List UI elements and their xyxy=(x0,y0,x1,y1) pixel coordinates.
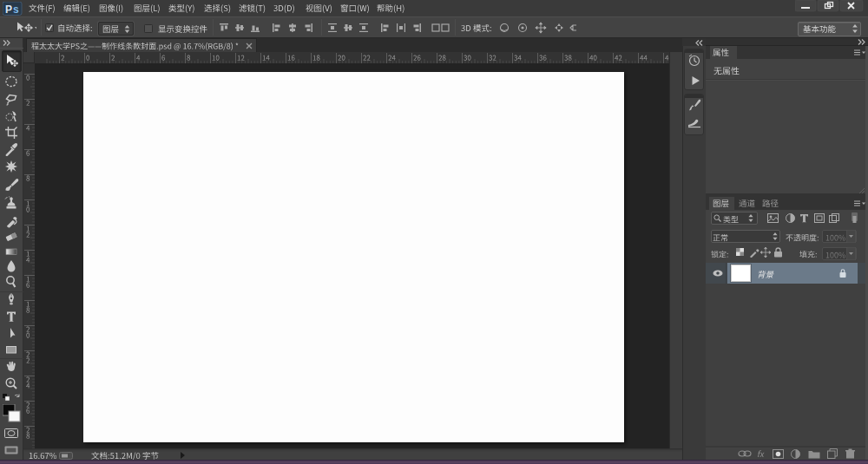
svg-text:P: P xyxy=(5,3,12,16)
svg-text:s: s xyxy=(13,3,19,16)
